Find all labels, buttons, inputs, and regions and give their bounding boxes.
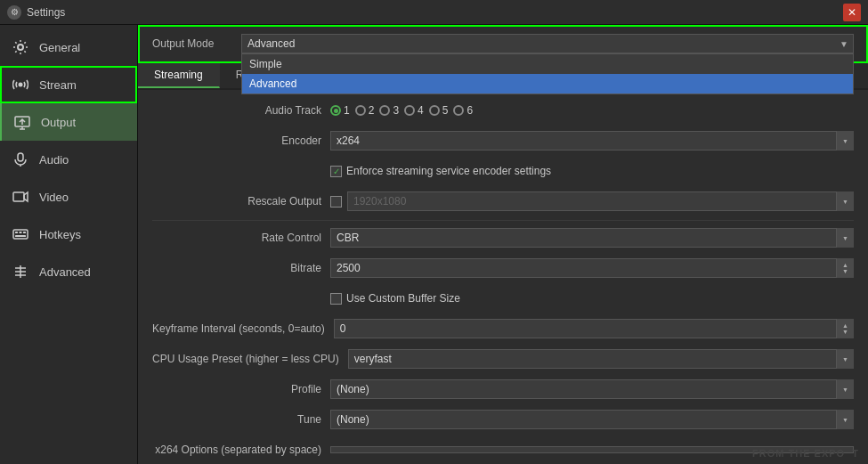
audio-track-radio-3[interactable]: 3 [379,104,399,117]
encoder-row-label: Encoder [152,134,330,147]
cpu-preset-dropdown-wrapper: veryfast▼ [348,349,854,369]
enforce-checkbox[interactable]: ✓ [330,166,342,177]
rate-control-row-label: Rate Control [152,232,330,244]
encoder-dropdown-wrapper: x264▼ [330,131,854,151]
output-mode-popup: SimpleAdvanced [241,53,854,94]
rescale-checkbox[interactable] [330,196,342,208]
sidebar-item-audio[interactable]: Audio [0,141,137,178]
tune-dropdown[interactable]: (None) [330,410,854,429]
row-control: 123456 [330,104,854,117]
output-mode-option-advanced[interactable]: Advanced [242,74,853,94]
sidebar-item-output[interactable]: Output [0,103,137,141]
rescale-dropdown-wrapper: 1920x1080▼ [347,191,854,211]
output-mode-arrow: ▼ [840,39,848,49]
svg-rect-3 [18,153,23,161]
sidebar-label-stream: Stream [39,78,77,92]
sidebar-item-advanced[interactable]: Advanced [0,253,137,290]
encoder-dropdown[interactable]: x264 [330,131,854,151]
audio-track-radio-4[interactable]: 4 [404,104,424,117]
radio-label-6: 6 [466,104,473,117]
sidebar: General Stream Output Audio Video Hotkey… [0,25,138,464]
advanced-icon [11,262,30,281]
sidebar-label-output: Output [41,116,76,129]
window-title: Settings [27,6,843,19]
tab-streaming[interactable]: Streaming [138,63,220,88]
output-mode-display[interactable]: Advanced [241,34,854,53]
radio-dot-3 [379,105,390,116]
custom-buffer-checkbox[interactable] [330,293,342,305]
sidebar-label-advanced: Advanced [39,265,91,279]
sidebar-label-video: Video [39,191,69,204]
radio-dot-6 [453,105,464,116]
rate-control-dropdown[interactable]: CBR [330,228,854,248]
x264-options-row: x264 Options (separated by space) [152,438,854,461]
encoder-row: Encoderx264▼ [152,129,854,152]
cpu-preset-row-control: veryfast▼ [348,349,854,369]
profile-row: Profile(None)▼ [152,378,854,401]
audio-track-radio-6[interactable]: 6 [453,104,473,117]
svg-rect-7 [15,232,18,233]
audio-icon [11,150,30,169]
output-mode-label: Output Mode [152,37,232,50]
profile-row-label: Profile [152,383,330,395]
video-icon [11,187,30,207]
svg-rect-8 [20,232,22,233]
title-bar: ⚙ Settings ✕ [0,0,868,25]
enforce-row: ✓Enforce streaming service encoder setti… [152,159,854,183]
output-mode-option-simple[interactable]: Simple [242,54,853,74]
keyframe-row-control: 0▲▼ [334,319,854,338]
app-icon: ⚙ [7,5,21,20]
output-icon [12,112,32,132]
close-button[interactable]: ✕ [843,4,861,21]
svg-rect-9 [23,232,26,233]
bitrate-row-label: Bitrate [152,262,330,274]
cpu-preset-dropdown-arrow: ▼ [836,349,854,369]
svg-point-1 [19,83,23,87]
svg-rect-6 [13,230,28,239]
custom-buffer-label: Use Custom Buffer Size [346,292,460,305]
bitrate-spinner-arrows: ▲▼ [836,258,854,278]
tune-row: Tune(None)▼ [152,408,854,431]
settings-content: Audio Track123456Encoderx264▼✓Enforce st… [138,90,868,464]
tune-row-control: (None)▼ [330,410,854,429]
rescale-arrow: ▼ [836,191,854,211]
bitrate-row: Bitrate2500▲▼ [152,256,854,280]
keyframe-spinner-wrapper: 0▲▼ [334,319,854,338]
radio-label-1: 1 [344,104,350,117]
sidebar-item-stream[interactable]: Stream [0,66,137,103]
content-area: Output Mode Advanced ▼ SimpleAdvanced St… [138,25,868,464]
row-label: Audio Track [152,104,330,117]
sidebar-label-audio: Audio [39,153,69,167]
general-icon [11,37,30,57]
sidebar-item-video[interactable]: Video [0,178,137,216]
tune-row-label: Tune [152,413,330,426]
profile-row-control: (None)▼ [330,379,854,399]
audio-track-radio-5[interactable]: 5 [429,104,449,117]
radio-label-2: 2 [369,104,375,117]
audio-track-radio-1[interactable]: 1 [330,104,350,117]
audio-track-radio-2[interactable]: 2 [355,104,375,117]
x264-options-row-label: x264 Options (separated by space) [152,444,330,456]
sidebar-label-hotkeys: Hotkeys [39,228,81,241]
keyframe-spinner[interactable]: 0 [334,319,854,338]
radio-dot-4 [404,105,415,116]
enforce-label: Enforce streaming service encoder settin… [346,165,551,177]
profile-dropdown-wrapper: (None)▼ [330,379,854,399]
profile-dropdown[interactable]: (None) [330,379,854,399]
hotkeys-icon [11,224,30,244]
tune-dropdown-arrow: ▼ [836,410,854,429]
custom-buffer-row: Use Custom Buffer Size [152,287,854,310]
rate-control-row-control: CBR▼ [330,228,854,248]
bitrate-row-control: 2500▲▼ [330,258,854,278]
rescale-input[interactable]: 1920x1080 [347,191,854,211]
cpu-preset-dropdown[interactable]: veryfast [348,349,854,369]
radio-dot-1 [330,105,341,116]
radio-label-4: 4 [418,104,424,117]
sidebar-item-hotkeys[interactable]: Hotkeys [0,216,137,253]
rescale-label: Rescale Output [152,195,330,208]
radio-label-3: 3 [393,104,399,117]
svg-rect-10 [15,235,26,237]
sidebar-item-general[interactable]: General [0,28,137,66]
settings-row: Audio Track123456 [152,99,854,122]
bitrate-spinner[interactable]: 2500 [330,258,854,278]
